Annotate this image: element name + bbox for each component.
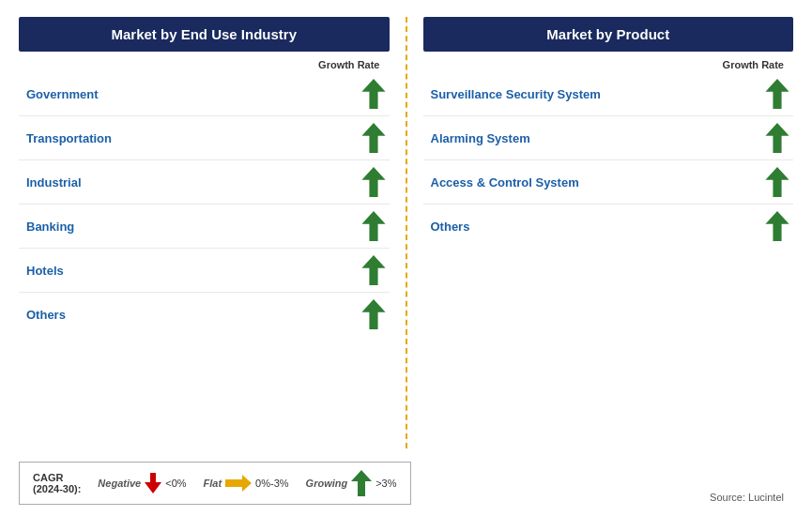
list-item: Others <box>423 205 794 248</box>
svg-marker-10 <box>145 473 161 493</box>
green-up-arrow-icon <box>361 167 386 197</box>
legend-growing: Growing >3% <box>306 470 397 496</box>
legend-negative-label: Negative <box>98 478 141 489</box>
item-label: Industrial <box>26 175 82 190</box>
svg-marker-6 <box>765 79 789 109</box>
right-panel-header: Market by Product <box>423 17 794 52</box>
legend-negative: Negative <0% <box>98 473 186 493</box>
item-label: Surveillance Security System <box>431 87 601 101</box>
legend-growing-label: Growing <box>306 478 348 489</box>
red-down-arrow-icon <box>145 473 161 493</box>
green-up-arrow-icon <box>765 123 789 153</box>
svg-marker-9 <box>765 211 789 241</box>
panel-divider <box>390 17 423 448</box>
green-up-arrow-icon <box>765 79 789 109</box>
green-up-arrow-icon <box>361 79 386 109</box>
svg-marker-0 <box>361 79 385 109</box>
list-item: Government <box>19 72 390 116</box>
list-item: Access & Control System <box>423 160 794 205</box>
legend-negative-val: <0% <box>165 478 186 489</box>
item-label: Access & Control System <box>431 175 579 190</box>
left-growth-rate-label: Growth Rate <box>19 59 390 70</box>
svg-marker-11 <box>225 475 252 492</box>
left-panel-header: Market by End Use Industry <box>19 17 390 52</box>
green-up-arrow-icon <box>361 299 386 329</box>
item-label: Hotels <box>26 264 64 278</box>
svg-marker-7 <box>765 123 789 153</box>
item-label: Transportation <box>26 131 112 145</box>
bottom-section: CAGR (2024-30): Negative <0% Flat 0%-3% … <box>19 452 793 505</box>
list-item: Alarming System <box>423 116 794 160</box>
svg-marker-5 <box>361 299 385 329</box>
legend-growing-val: >3% <box>375 478 396 489</box>
green-up-arrow-icon <box>361 123 386 153</box>
green-up-arrow-icon <box>765 211 789 241</box>
green-up-arrow-icon <box>361 211 386 241</box>
list-item: Banking <box>19 205 390 249</box>
legend-flat-label: Flat <box>204 478 222 489</box>
item-label: Alarming System <box>431 131 530 145</box>
legend-box: CAGR (2024-30): Negative <0% Flat 0%-3% … <box>19 462 411 505</box>
svg-marker-1 <box>361 123 385 153</box>
left-items-section: GovernmentTransportationIndustrialBankin… <box>19 72 390 448</box>
svg-marker-4 <box>361 255 385 285</box>
list-item: Surveillance Security System <box>423 72 794 116</box>
right-items-section: Surveillance Security SystemAlarming Sys… <box>423 72 794 448</box>
green-up-arrow-icon <box>351 470 372 496</box>
list-item: Hotels <box>19 249 390 293</box>
list-item: Others <box>19 293 390 336</box>
list-item: Industrial <box>19 160 390 205</box>
item-label: Others <box>26 308 66 322</box>
legend-flat: Flat 0%-3% <box>204 475 289 492</box>
legend-cagr-label: CAGR (2024-30): <box>33 472 81 494</box>
green-up-arrow-icon <box>765 167 789 197</box>
svg-marker-2 <box>361 167 385 197</box>
svg-marker-3 <box>361 211 385 241</box>
item-label: Others <box>431 220 470 234</box>
divider-line <box>406 17 407 448</box>
list-item: Transportation <box>19 116 390 160</box>
svg-marker-12 <box>351 470 372 496</box>
orange-right-arrow-icon <box>225 475 252 492</box>
item-label: Banking <box>26 220 74 234</box>
right-growth-rate-label: Growth Rate <box>423 59 794 70</box>
legend-flat-val: 0%-3% <box>255 478 288 489</box>
item-label: Government <box>26 87 99 101</box>
green-up-arrow-icon <box>361 255 386 285</box>
svg-marker-8 <box>765 167 789 197</box>
source-text: Source: Lucintel <box>710 492 793 505</box>
